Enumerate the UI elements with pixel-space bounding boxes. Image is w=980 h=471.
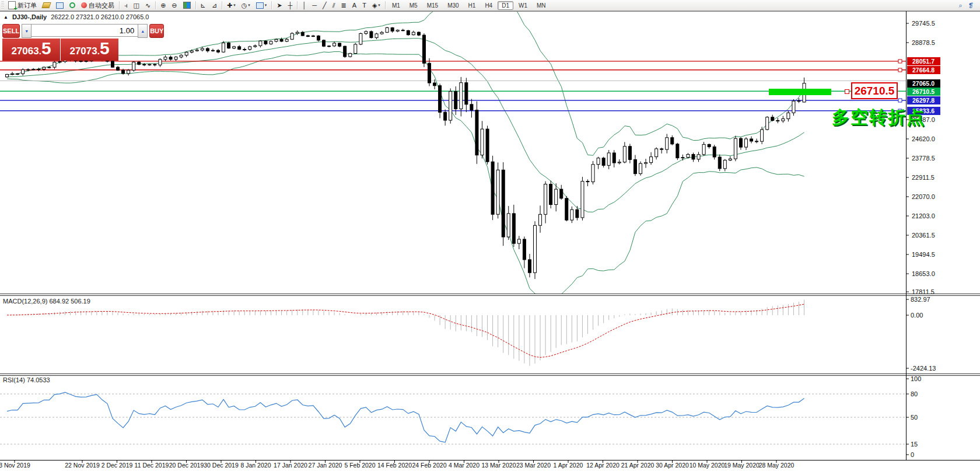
date-tick-label: 14 Feb 2020 [377, 462, 412, 469]
timeframe-button-m1[interactable]: M1 [388, 1, 404, 10]
price-tick-label: 19494.5 [912, 251, 935, 258]
label-icon[interactable]: T [360, 0, 369, 11]
price-axis[interactable]: 29745.528878.525487.024620.023778.522911… [906, 20, 940, 458]
new-order-icon[interactable]: 新订单 [6, 0, 39, 11]
date-tick-label: 28 May 2020 [759, 462, 794, 469]
template-chart-icon[interactable]: ▾ [254, 0, 270, 11]
buy-price-main: 27073 [69, 41, 97, 62]
timeframe-button-h1[interactable]: H1 [464, 1, 480, 10]
trendline-icon[interactable]: ╱ [320, 0, 329, 11]
hline-icon[interactable]: ─ [310, 0, 319, 11]
date-tick-label: 30 Dec 2019 [204, 462, 239, 469]
bollinger-upper [7, 0, 804, 155]
buy-button[interactable]: BUY [149, 24, 164, 38]
cursor-icon[interactable]: ➤ [274, 0, 284, 11]
timeframe-button-d1[interactable]: D1 [498, 1, 513, 10]
candlestick-chart-icon[interactable]: ◫ [131, 0, 142, 11]
date-axis[interactable]: 3 Nov 201922 Nov 20192 Dec 201911 Dec 20… [0, 460, 794, 469]
macd-signal-line [7, 304, 804, 357]
shapes-icon[interactable]: ◈▾ [370, 0, 383, 11]
price-tick-label: 28878.5 [912, 39, 935, 46]
text-icon[interactable]: A [350, 0, 359, 11]
search-icon[interactable]: ⌕ [957, 0, 965, 11]
crosshair-icon[interactable]: ┼ [286, 0, 295, 11]
timeframe-button-mn[interactable]: MN [533, 1, 550, 10]
one-click-panel-toggle[interactable]: ▲ [4, 15, 8, 20]
volume-increase-button[interactable]: ▲ [138, 24, 148, 38]
autotrade-icon[interactable]: 自动交易 [79, 0, 117, 11]
price-callout-label[interactable]: 26710.5 [851, 82, 898, 99]
volume-input[interactable] [32, 24, 138, 37]
date-tick-label: 30 Apr 2020 [656, 462, 689, 469]
data-window-icon[interactable] [54, 0, 66, 11]
toolbar-separator [222, 1, 222, 9]
chevron-down-icon: ▾ [248, 3, 250, 8]
timeframe-button-m30[interactable]: M30 [443, 1, 463, 10]
price-tick-label: 23778.5 [912, 155, 935, 162]
bar-chart-icon[interactable]: ⫞ [122, 0, 130, 11]
horizontal-line-objects[interactable] [0, 60, 906, 113]
line-anchor-handle[interactable] [845, 89, 849, 94]
market-gold-icon[interactable] [40, 0, 52, 11]
bollinger-bands [7, 0, 804, 298]
turning-point-annotation[interactable]: 多空转折点 [832, 106, 925, 130]
price-tick-label: 21203.0 [912, 212, 935, 219]
sell-button[interactable]: SELL [2, 24, 20, 38]
line-endpoint-handle[interactable] [898, 99, 902, 102]
rsi-axis-label: 0 [911, 451, 914, 458]
price-line-label: 27065.0 [912, 80, 935, 87]
tile-windows-icon [183, 2, 191, 9]
chart-header: ▲ DJ30-,Daily 26222.0 27321.0 26210.0 27… [4, 13, 149, 20]
main-toolbar: 新订单自动交易⫞◫∿⊕⊖⊾⊿✚▾◷▾▾➤┼│─╱⫽≣AT◈▾M1M5M15M30… [0, 0, 980, 11]
timeframe-button-h4[interactable]: H4 [481, 1, 496, 10]
timeframe-button-m15[interactable]: M15 [423, 1, 442, 10]
vline-icon[interactable]: │ [300, 0, 309, 11]
sell-price-display[interactable]: 27063.5 [2, 39, 60, 61]
signal-icon[interactable] [67, 0, 78, 11]
pane-frame [0, 11, 980, 460]
date-tick-label: 13 Mar 2020 [482, 462, 516, 469]
period-clock-icon[interactable]: ◷▾ [239, 0, 253, 11]
fibonacci-icon[interactable]: ≣ [339, 0, 349, 11]
toolbar-separator [385, 1, 386, 9]
bollinger-lower [7, 51, 804, 298]
sell-price-main: 27063 [11, 41, 38, 62]
rsi-indicator [0, 392, 906, 444]
highlight-rectangle-object[interactable] [769, 89, 831, 95]
volume-decrease-button[interactable]: ▼ [22, 24, 32, 38]
price-tick-label: 18653.0 [912, 270, 935, 277]
timeframe-button-w1[interactable]: W1 [514, 1, 531, 10]
market-gold-icon [41, 2, 51, 8]
chart-canvas[interactable]: 29745.528878.525487.024620.023778.522911… [0, 0, 980, 471]
price-tick-label: 29745.5 [912, 20, 935, 27]
price-line-label: 27664.8 [912, 67, 935, 74]
chevron-down-icon: ▾ [378, 3, 380, 8]
date-tick-label: 17 Jan 2020 [274, 462, 307, 469]
date-tick-label: 20 Dec 2019 [169, 462, 204, 469]
line-chart-icon[interactable]: ∿ [143, 0, 153, 11]
macd-axis-label: 0.00 [911, 312, 923, 319]
macd-histogram [7, 300, 804, 366]
chevron-down-icon: ▾ [233, 3, 236, 8]
zoom-out-icon[interactable]: ⊖ [169, 0, 179, 11]
date-tick-label: 8 Jan 2020 [241, 462, 271, 469]
indicator-window-add-icon[interactable]: ⊿ [209, 0, 219, 11]
channel-icon[interactable]: ⫽ [330, 0, 338, 11]
timeframe-button-m5[interactable]: M5 [405, 1, 422, 10]
rsi-label: RSI(14) 74.0533 [3, 376, 50, 383]
add-indicator-icon[interactable]: ✚▾ [225, 0, 238, 11]
macd-label: MACD(12,26,9) 684.92 506.19 [3, 298, 90, 305]
zoom-in-icon[interactable]: ⊕ [158, 0, 168, 11]
date-tick-label: 4 Mar 2020 [449, 462, 480, 469]
date-tick-label: 1 Apr 2020 [554, 462, 583, 469]
indicator-window-icon[interactable]: ⊾ [198, 0, 208, 11]
toolbar-separator [195, 1, 196, 9]
line-endpoint-handle[interactable] [898, 60, 902, 63]
tile-windows-icon[interactable] [181, 0, 193, 11]
line-endpoint-handle[interactable] [898, 68, 902, 72]
buy-price-display[interactable]: 27073.5 [61, 39, 118, 61]
price-line-label: 28051.7 [912, 58, 935, 65]
chat-icon[interactable]: ❡ [966, 0, 976, 11]
date-tick-label: 19 May 2020 [724, 462, 760, 469]
data-window-icon [56, 2, 64, 9]
